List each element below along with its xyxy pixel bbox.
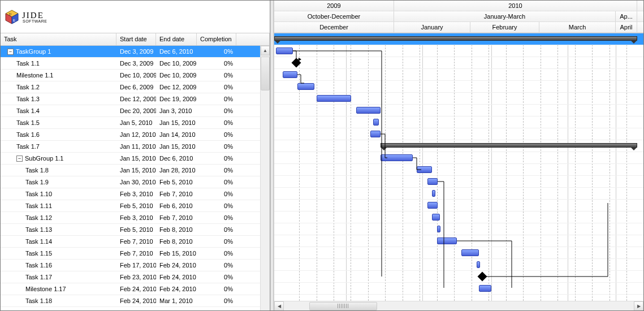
gantt-row[interactable] xyxy=(274,105,643,116)
horizontal-scrollbar[interactable]: ◀ ▶ xyxy=(274,301,643,310)
table-row[interactable]: Task 1.12Feb 3, 2010Feb 7, 20100% xyxy=(1,212,270,224)
task-bar[interactable] xyxy=(381,154,413,161)
gantt-row[interactable] xyxy=(274,152,643,164)
scroll-up-button[interactable]: ▲ xyxy=(261,46,270,55)
gantt-row[interactable] xyxy=(274,57,643,69)
gantt-row[interactable] xyxy=(274,81,643,93)
table-row[interactable]: Task 1.3Dec 12, 2009Dec 19, 20090% xyxy=(1,93,270,105)
timescale-month[interactable]: February xyxy=(470,22,539,32)
table-row[interactable]: −TaskGroup 1Dec 3, 2009Dec 6, 20100% xyxy=(1,46,270,58)
task-bar[interactable] xyxy=(479,285,491,292)
col-header-task[interactable]: Task xyxy=(1,33,116,45)
scroll-thumb[interactable] xyxy=(261,57,270,90)
table-row[interactable]: Milestone 1.1Dec 10, 2009Dec 10, 20090% xyxy=(1,70,270,81)
gantt-row[interactable] xyxy=(274,33,643,45)
task-bar[interactable] xyxy=(283,71,297,78)
task-bar[interactable] xyxy=(370,131,381,137)
gantt-row[interactable] xyxy=(274,235,643,247)
gantt-row[interactable] xyxy=(274,140,643,152)
gantt-row[interactable] xyxy=(274,116,643,128)
cell-start: Dec 6, 2009 xyxy=(116,84,156,90)
table-row[interactable]: Task 1.16Feb 17, 2010Feb 24, 20100% xyxy=(1,260,270,271)
timescale-month[interactable]: March xyxy=(539,22,616,32)
table-row[interactable]: Task 1.18Feb 24, 2010Mar 1, 20100% xyxy=(1,295,270,307)
task-bar[interactable] xyxy=(437,237,457,244)
task-bar[interactable] xyxy=(432,190,435,197)
task-bar[interactable] xyxy=(477,261,480,268)
gantt-row[interactable] xyxy=(274,128,643,140)
scroll-track[interactable] xyxy=(284,301,634,311)
timescale-month[interactable]: April xyxy=(616,22,637,32)
table-row[interactable]: Milestone 1.17Feb 24, 2010Feb 24, 20100% xyxy=(1,283,270,295)
table-row[interactable]: Task 1.10Feb 3, 2010Feb 7, 20100% xyxy=(1,188,270,200)
timescale-quarter[interactable]: Ap... xyxy=(616,11,637,21)
gantt-row[interactable] xyxy=(274,247,643,259)
table-row[interactable]: Task 1.1Dec 3, 2009Dec 10, 20090% xyxy=(1,58,270,70)
scroll-thumb-h[interactable] xyxy=(309,302,377,310)
col-header-completion[interactable]: Completion xyxy=(197,33,236,45)
gantt-row[interactable] xyxy=(274,259,643,271)
right-pane: 20092010 October-DecemberJanuary-MarchAp… xyxy=(274,1,643,310)
gantt-row[interactable] xyxy=(274,188,643,200)
table-row[interactable]: Task 1.14Feb 7, 2010Feb 8, 20100% xyxy=(1,236,270,248)
gantt-row[interactable] xyxy=(274,211,643,223)
table-row[interactable]: Task 1.11Feb 5, 2010Feb 6, 20100% xyxy=(1,200,270,212)
table-row[interactable]: Task 1.8Jan 15, 2010Jan 28, 20100% xyxy=(1,165,270,176)
table-row[interactable]: Task 1.9Jan 30, 2010Feb 5, 20100% xyxy=(1,176,270,188)
gantt-row[interactable] xyxy=(274,45,643,57)
cell-comp: 0% xyxy=(197,179,236,185)
timescale-year[interactable]: 2010 xyxy=(394,1,637,11)
task-bar[interactable] xyxy=(461,249,479,256)
table-row[interactable]: Task 1.15Feb 7, 2010Feb 15, 20100% xyxy=(1,248,270,260)
gantt-chart-area[interactable] xyxy=(274,33,643,301)
gantt-app: D E JIDE SOFTWARE Task Start date End da… xyxy=(0,0,644,311)
task-bar[interactable] xyxy=(317,95,351,102)
task-bar[interactable] xyxy=(356,107,381,114)
timescale-month[interactable]: December xyxy=(274,22,394,32)
cell-comp: 0% xyxy=(197,262,236,269)
timescale-year[interactable]: 2009 xyxy=(274,1,394,11)
gantt-row[interactable] xyxy=(274,176,643,188)
gantt-row[interactable] xyxy=(274,200,643,211)
task-bar[interactable] xyxy=(432,214,440,221)
tree-toggle-icon[interactable]: − xyxy=(7,49,14,55)
timescale-quarter[interactable]: January-March xyxy=(394,11,616,21)
table-row[interactable]: Task 1.7Jan 11, 2010Jan 15, 20100% xyxy=(1,141,270,153)
milestone-diamond-icon[interactable] xyxy=(292,58,301,68)
cell-end: Feb 5, 2010 xyxy=(156,179,197,185)
table-row[interactable]: −SubGroup 1.1Jan 15, 2010Dec 6, 20100% xyxy=(1,153,270,165)
task-bar[interactable] xyxy=(437,226,440,232)
gantt-row[interactable] xyxy=(274,164,643,176)
table-row[interactable]: Task 1.4Dec 20, 2009Jan 3, 20100% xyxy=(1,105,270,117)
table-row[interactable]: Task 1.5Jan 5, 2010Jan 15, 20100% xyxy=(1,117,270,129)
task-name: Task 1.8 xyxy=(25,167,49,174)
col-header-end[interactable]: End date xyxy=(156,33,197,45)
gantt-row[interactable] xyxy=(274,223,643,235)
table-row[interactable]: Task 1.2Dec 6, 2009Dec 12, 20090% xyxy=(1,81,270,93)
vertical-scrollbar[interactable]: ▲ xyxy=(260,46,270,310)
timescale-quarter[interactable]: October-December xyxy=(274,11,394,21)
table-row[interactable]: Task 1.17Feb 23, 2010Feb 24, 20100% xyxy=(1,271,270,283)
task-bar[interactable] xyxy=(427,178,438,185)
gantt-row[interactable] xyxy=(274,93,643,105)
gantt-row[interactable] xyxy=(274,283,643,295)
tree-toggle-icon[interactable]: − xyxy=(16,156,23,162)
task-bar[interactable] xyxy=(373,119,379,126)
table-body[interactable]: −TaskGroup 1Dec 3, 2009Dec 6, 20100%Task… xyxy=(1,46,270,310)
task-bar[interactable] xyxy=(297,83,314,90)
task-bar[interactable] xyxy=(417,166,432,173)
summary-bar[interactable] xyxy=(381,143,637,148)
task-bar[interactable] xyxy=(427,202,438,209)
scroll-left-button[interactable]: ◀ xyxy=(274,301,284,311)
gantt-row[interactable] xyxy=(274,271,643,283)
task-bar[interactable] xyxy=(276,47,293,54)
scroll-right-button[interactable]: ▶ xyxy=(634,301,643,311)
col-header-start[interactable]: Start date xyxy=(116,33,156,45)
summary-bar[interactable] xyxy=(274,36,637,41)
table-row[interactable]: Task 1.13Feb 5, 2010Feb 8, 20100% xyxy=(1,224,270,236)
gantt-row[interactable] xyxy=(274,69,643,81)
milestone-diamond-icon[interactable] xyxy=(478,272,487,282)
timescale-month[interactable]: January xyxy=(394,22,470,32)
task-name: Task 1.18 xyxy=(25,297,52,304)
table-row[interactable]: Task 1.6Jan 12, 2010Jan 14, 20100% xyxy=(1,129,270,141)
